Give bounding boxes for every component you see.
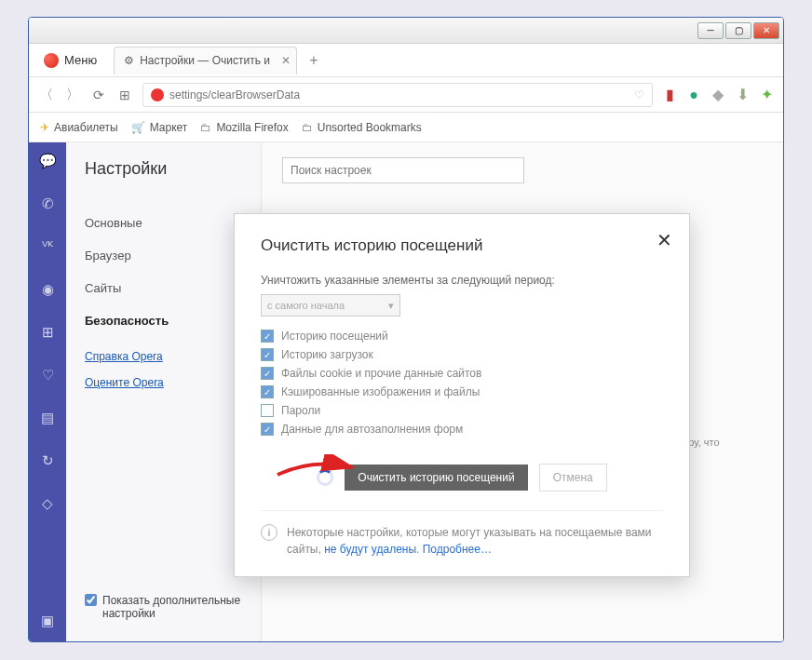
maximize-button[interactable]: ▢ [725, 22, 751, 39]
checkbox-icon: ✓ [261, 330, 274, 343]
check-row[interactable]: ✓Историю загрузок [261, 348, 663, 361]
vk-icon[interactable]: ⱽᴷ [38, 237, 57, 256]
speed-dial-button[interactable]: ⊞ [116, 88, 133, 102]
period-select[interactable]: с самого начала ▾ [261, 294, 400, 317]
tab-close-button[interactable]: ✕ [281, 54, 291, 67]
back-button[interactable]: 〈 [38, 87, 55, 103]
sidebar-toggle-icon[interactable]: ▣ [38, 612, 57, 630]
bookmark-item[interactable]: ✈Авиабилеты [40, 121, 118, 134]
new-tab-button[interactable]: + [304, 51, 323, 70]
close-window-button[interactable]: ✕ [753, 22, 779, 39]
extension-icon-2[interactable]: ● [686, 88, 701, 102]
messenger-icon[interactable]: 💬 [38, 152, 57, 170]
dialog-buttons: Очистить историю посещений Отмена [261, 464, 663, 492]
check-label: Пароли [281, 404, 320, 417]
gear-icon: ⚙ [124, 54, 134, 67]
checkbox-icon: ✓ [261, 423, 274, 436]
sidebar-dark: 💬 ✆ ⱽᴷ ◉ ⊞ ♡ ▤ ↻ ◇ ▣ [29, 142, 66, 641]
menu-label: Меню [64, 53, 97, 67]
extension-icon-1[interactable]: ▮ [662, 88, 677, 102]
chevron-down-icon: ▾ [388, 300, 394, 312]
history-icon[interactable]: ↻ [38, 451, 57, 470]
dialog-title: Очистить историю посещений [261, 236, 663, 255]
tab-title: Настройки — Очистить и [140, 54, 270, 67]
settings-title: Настройки [85, 159, 261, 179]
urlbar: 〈 〉 ⟳ ⊞ ♡ ▮ ● ◆ ⬇ ✦ [29, 77, 783, 113]
check-row[interactable]: ✓Данные для автозаполнения форм [261, 423, 663, 436]
address-bar[interactable]: ♡ [142, 83, 653, 107]
settings-nav: Настройки Основные Браузер Сайты Безопас… [66, 142, 262, 641]
url-input[interactable] [169, 88, 629, 101]
dialog-info: i Некоторые настройки, которые могут ука… [261, 510, 663, 558]
tab-settings[interactable]: ⚙ Настройки — Очистить и ✕ [114, 47, 297, 74]
check-label: Историю загрузок [281, 348, 373, 361]
check-row[interactable]: ✓Файлы cookie и прочие данные сайтов [261, 367, 663, 380]
opera-icon [151, 88, 164, 101]
check-row[interactable]: ✓Пароли [261, 404, 663, 417]
extension-icon-4[interactable]: ✦ [759, 88, 774, 102]
minimize-button[interactable]: ─ [697, 22, 724, 39]
reload-button[interactable]: ⟳ [90, 88, 107, 102]
dialog-desc: Уничтожить указанные элементы за следующ… [261, 274, 663, 287]
cube-icon[interactable]: ◇ [38, 494, 57, 513]
speed-dial-icon[interactable]: ⊞ [38, 323, 57, 342]
check-row[interactable]: ✓Историю посещений [261, 330, 663, 343]
forward-button[interactable]: 〉 [64, 87, 81, 103]
clear-history-button[interactable]: Очистить историю посещений [345, 465, 527, 491]
checkbox-icon: ✓ [261, 367, 274, 380]
tabstrip: Меню ⚙ Настройки — Очистить и ✕ + [29, 44, 783, 77]
opera-logo-icon [44, 53, 59, 68]
check-label: Кэшированные изображения и файлы [281, 385, 480, 398]
show-advanced-checkbox[interactable]: Показать дополнительные настройки [85, 594, 261, 620]
check-label: Файлы cookie и прочие данные сайтов [281, 367, 481, 380]
bookmark-item[interactable]: 🛒Маркет [131, 121, 188, 134]
spinner-icon [317, 469, 333, 486]
bookmark-folder[interactable]: 🗀Mozilla Firefox [200, 121, 288, 134]
check-label: Данные для автозаполнения форм [281, 423, 463, 436]
cancel-button[interactable]: Отмена [539, 464, 607, 492]
checkbox-icon: ✓ [261, 348, 274, 361]
whatsapp-icon[interactable]: ✆ [38, 195, 57, 213]
heart-icon[interactable]: ♡ [38, 366, 57, 384]
check-label: Историю посещений [281, 330, 388, 343]
extension-icon-3[interactable]: ◆ [710, 88, 725, 102]
not-deleted-link[interactable]: не будут удалены [324, 543, 416, 556]
dialog-close-button[interactable]: ✕ [656, 229, 672, 251]
checkbox-icon: ✓ [261, 404, 274, 417]
news-icon[interactable]: ▤ [38, 409, 57, 427]
bookmarks-bar: ✈Авиабилеты 🛒Маркет 🗀Mozilla Firefox 🗀Un… [29, 113, 783, 142]
bookmark-icon[interactable]: ♡ [634, 88, 644, 101]
titlebar: ─ ▢ ✕ [29, 18, 783, 44]
browser-window: ─ ▢ ✕ Меню ⚙ Настройки — Очистить и ✕ + … [28, 17, 784, 642]
clear-history-dialog: ✕ Очистить историю посещений Уничтожить … [234, 213, 690, 577]
show-advanced-check[interactable] [85, 594, 97, 606]
check-row[interactable]: ✓Кэшированные изображения и файлы [261, 385, 663, 398]
download-icon[interactable]: ⬇ [735, 88, 750, 102]
camera-icon[interactable]: ◉ [38, 280, 57, 299]
settings-search-input[interactable] [282, 157, 524, 183]
checkbox-icon: ✓ [261, 385, 274, 398]
opera-menu-button[interactable]: Меню [34, 49, 106, 72]
info-icon: i [261, 524, 277, 541]
bookmark-folder[interactable]: 🗀Unsorted Bookmarks [302, 121, 422, 134]
more-link[interactable]: Подробнее… [423, 543, 492, 556]
